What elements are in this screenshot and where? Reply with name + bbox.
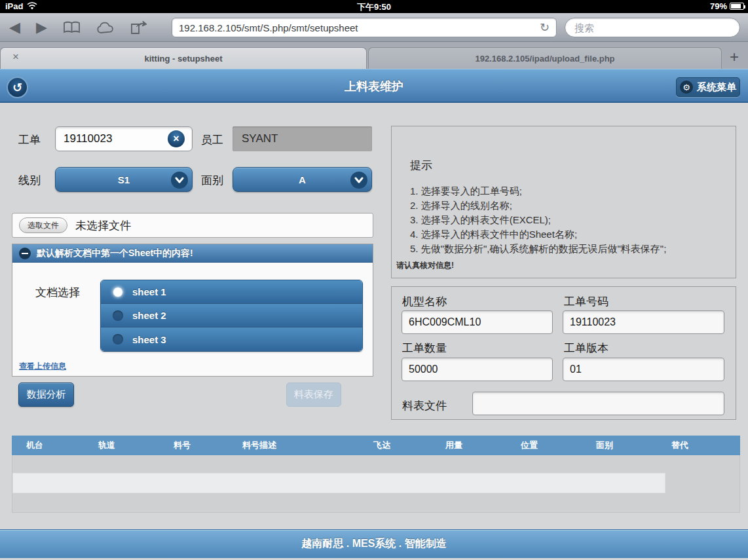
column-header: 用量 — [431, 436, 506, 455]
line-select[interactable]: S1 — [55, 167, 193, 192]
column-header: 替代 — [657, 436, 740, 455]
order-qty-label: 工单数量 — [402, 341, 447, 356]
order-number-input[interactable]: 19110023 — [563, 310, 724, 334]
battery-icon — [730, 3, 744, 10]
tips-panel: 提示 1. 选择要导入的工单号码; 2. 选择导入的线别名称; 3. 选择导入的… — [391, 126, 736, 278]
gear-icon: ⚙ — [680, 81, 693, 94]
employee-field: SYANT — [233, 126, 372, 151]
sheet-panel: 默认解析文档中第一个Sheet中的内容! 文档选择 sheet 1 sheet … — [12, 244, 373, 377]
url-text: 192.168.2.105/smt/S.php/smt/setupsheet — [179, 22, 540, 33]
sheet-option-label: sheet 2 — [132, 310, 166, 321]
order-version-value: 01 — [570, 364, 582, 375]
tip-item: 5. 先做"数据分析",确认系统解析的数据无误后做"料表保存"; — [410, 242, 666, 256]
column-header: 料号描述 — [228, 436, 359, 455]
choose-file-button[interactable]: 选取文件 — [19, 217, 67, 233]
tab-kitting-setupsheet[interactable]: × kitting - setupsheet — [0, 47, 367, 69]
chevron-down-icon — [171, 172, 188, 189]
order-number-value: 19110023 — [570, 316, 616, 328]
sheet-option-2[interactable]: sheet 2 — [101, 304, 362, 327]
bookmarks-icon[interactable] — [63, 21, 81, 34]
tips-footer-note: 请认真核对信息! — [396, 260, 454, 271]
radio-unselected-icon — [113, 334, 123, 345]
side-select[interactable]: A — [233, 167, 372, 192]
file-status-text: 未选择文件 — [75, 218, 131, 233]
column-header: 料号 — [159, 436, 228, 455]
system-menu-button[interactable]: ⚙ 系统菜单 — [676, 77, 740, 97]
column-header: 面别 — [582, 436, 657, 455]
tip-item: 1. 选择要导入的工单号码; — [410, 184, 666, 198]
sheet-panel-title: 默认解析文档中第一个Sheet中的内容! — [37, 248, 193, 259]
order-info-panel: 机型名称 工单号码 6HC009CML10 19110023 工单数量 工单版本… — [391, 286, 736, 420]
app-window: iPad 下午9:50 79% ◀ ▶ — [0, 0, 748, 560]
model-name-value: 6HC009CML10 — [409, 316, 481, 328]
battery-percent: 79% — [710, 1, 727, 11]
collapse-minus-icon — [19, 248, 31, 259]
chevron-down-icon — [350, 172, 367, 189]
status-bar: iPad 下午9:50 79% — [0, 0, 748, 13]
side-label: 面别 — [201, 173, 223, 188]
status-time: 下午9:50 — [0, 1, 748, 13]
tip-item: 4. 选择导入的料表文件中的Sheet名称; — [410, 227, 666, 242]
tab-upload-file[interactable]: 192.168.2.105/ipad/upload_file.php — [368, 47, 722, 69]
work-order-value: 19110023 — [64, 132, 112, 145]
page-header: ↺ 上料表维护 ⚙ 系统菜单 — [0, 69, 748, 103]
radio-selected-icon — [113, 287, 123, 297]
clear-work-order-button[interactable]: × — [166, 129, 186, 149]
order-version-label: 工单版本 — [564, 341, 608, 356]
order-version-input[interactable]: 01 — [563, 358, 724, 381]
order-number-label: 工单号码 — [564, 294, 608, 309]
share-icon[interactable] — [130, 20, 147, 35]
model-name-label: 机型名称 — [402, 294, 447, 309]
tab-label: 192.168.2.105/ipad/upload_file.php — [475, 54, 614, 64]
doc-select-label: 文档选择 — [35, 285, 80, 300]
browser-toolbar: ◀ ▶ 192.168.2.105/smt/S.php/smt/setupshe… — [0, 13, 748, 42]
model-name-input[interactable]: 6HC009CML10 — [402, 310, 553, 334]
side-select-value: A — [299, 174, 306, 185]
tab-label: kitting - setupsheet — [144, 54, 222, 64]
work-order-label: 工单 — [18, 132, 41, 147]
back-button[interactable]: ◀ — [9, 20, 20, 35]
sheet-option-3[interactable]: sheet 3 — [101, 327, 362, 351]
column-header: 位置 — [506, 436, 582, 455]
cloud-icon[interactable] — [96, 22, 115, 34]
url-field[interactable]: 192.168.2.105/smt/S.php/smt/setupsheet ↻ — [172, 18, 557, 37]
line-select-value: S1 — [118, 174, 130, 185]
footer-text: 越南耐思 . MES系统 . 智能制造 — [301, 537, 446, 551]
forward-button[interactable]: ▶ — [36, 20, 47, 35]
tip-item: 2. 选择导入的线别名称; — [410, 198, 666, 213]
x-icon: × — [173, 134, 179, 144]
tips-title: 提示 — [410, 158, 432, 173]
table-empty-row — [12, 473, 665, 493]
save-table-button[interactable]: 料表保存 — [286, 383, 341, 407]
order-qty-input[interactable]: 50000 — [402, 358, 553, 381]
file-upload-box: 选取文件 未选择文件 — [12, 213, 373, 238]
close-tab-icon[interactable]: × — [12, 51, 19, 62]
sheet-option-group: sheet 1 sheet 2 sheet 3 — [100, 280, 363, 352]
employee-value: SYANT — [242, 132, 278, 145]
footer-bar: 越南耐思 . MES系统 . 智能制造 — [0, 529, 748, 558]
column-header: 机台 — [12, 436, 84, 455]
analyze-data-button[interactable]: 数据分析 — [18, 383, 74, 407]
column-header: 轨道 — [84, 436, 159, 455]
new-tab-button[interactable]: + — [723, 47, 745, 69]
tips-list: 1. 选择要导入的工单号码; 2. 选择导入的线别名称; 3. 选择导入的料表文… — [410, 184, 666, 256]
sheet-option-label: sheet 1 — [132, 286, 166, 297]
radio-unselected-icon — [113, 310, 123, 321]
sheet-panel-header[interactable]: 默认解析文档中第一个Sheet中的内容! — [12, 244, 373, 263]
line-label: 线别 — [18, 173, 41, 188]
table-file-label: 料表文件 — [402, 398, 447, 413]
tip-item: 3. 选择导入的料表文件(EXCEL); — [410, 213, 666, 227]
sheet-option-label: sheet 3 — [132, 334, 166, 345]
employee-label: 员工 — [201, 132, 223, 147]
sheet-option-1[interactable]: sheet 1 — [101, 280, 362, 304]
upload-info-link[interactable]: 查看上传信息 — [19, 361, 66, 372]
reload-icon[interactable]: ↻ — [540, 20, 550, 35]
page-title: 上料表维护 — [0, 79, 748, 94]
column-header: 飞达 — [359, 436, 431, 455]
search-input[interactable] — [565, 18, 740, 37]
parts-table-header: 机台 轨道 料号 料号描述 飞达 用量 位置 面别 替代 — [12, 436, 740, 455]
parts-table-body — [12, 455, 740, 513]
table-file-input[interactable] — [472, 392, 724, 415]
order-qty-value: 50000 — [409, 364, 438, 375]
system-menu-label: 系统菜单 — [697, 81, 736, 94]
